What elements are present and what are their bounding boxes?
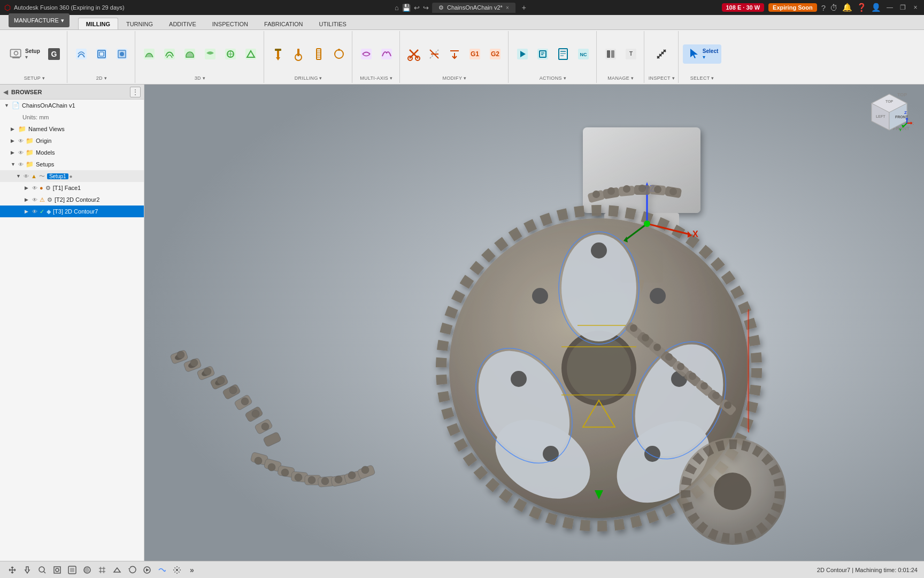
root-icon: 📄 [12,102,20,109]
tab-utilities[interactable]: UTILITIES [311,18,355,29]
post-icon [535,47,550,62]
pocket-button[interactable] [112,45,132,63]
redo-icon[interactable]: ↪ [423,4,429,12]
power-pill[interactable]: 108 E · 30 W [722,3,765,12]
3d-pocket-button[interactable] [180,45,199,63]
setup-button[interactable]: Setup ▾ [5,44,43,64]
modify-trim-icon [427,47,442,62]
bore-button[interactable] [289,45,308,63]
view-cube[interactable]: TOP LEFT FRONT TOP LEFT FRONT X [865,90,913,138]
viewport[interactable]: Z X [144,85,924,561]
doc-button[interactable]: T [621,45,641,63]
svg-marker-185 [911,121,912,125]
undo-icon[interactable]: ↩ [414,4,420,12]
time-icon[interactable]: ⏱ [830,3,838,12]
maximize-button[interactable]: ❐ [898,3,907,12]
tree-t2[interactable]: ▶ 👁 ⚠ ⚙ [T2] 2D Contour2 [0,194,144,206]
expiry-pill[interactable]: Expiring Soon [768,3,817,12]
3d-adaptive-button[interactable] [140,45,159,63]
tab-turning[interactable]: TURNING [118,18,161,29]
modify-extend-button[interactable] [445,45,464,63]
perspective-button[interactable] [111,564,123,576]
new-tab-button[interactable]: + [519,3,529,12]
zoom-tool-button[interactable] [36,564,48,576]
user-avatar[interactable]: 👤 [871,3,881,12]
simulate-button[interactable] [513,45,532,63]
toolbar: MANUFACTURE ▾ MILLING TURNING ADDITIVE I… [0,15,924,85]
multi-axis-button2[interactable] [377,45,396,63]
file-tab[interactable]: ⚙ ChainsOnAChain v2* × [432,3,515,13]
drill-button[interactable] [268,45,288,63]
help-circle-icon[interactable]: ? [821,3,826,12]
svg-rect-20 [275,49,281,51]
toolpath-button[interactable] [156,564,168,576]
svg-point-85 [644,446,660,462]
post-button[interactable] [533,45,552,63]
display-mode-button[interactable] [66,564,78,576]
3d-contour-button[interactable] [160,45,179,63]
tree-root[interactable]: ▼ 📄 ChainsOnAChain v1 [0,100,144,111]
setup1-tag: Setup1 [47,173,68,179]
file-tab-close[interactable]: × [506,5,509,11]
minimize-button[interactable]: — [886,3,894,12]
settings-button[interactable] [171,564,183,576]
multi-axis-button1[interactable] [357,45,376,63]
modify-extra-button[interactable]: G1 [465,45,484,63]
nc-program-button[interactable]: NC [574,45,593,63]
tab-milling[interactable]: MILLING [78,18,118,29]
2d-group: 2D ▾ [68,31,135,83]
grid-button[interactable] [96,564,108,576]
more-button[interactable]: » [186,564,198,576]
tree-t3[interactable]: ▶ 👁 ✓ ◆ [T3] 2D Contour7 [0,206,144,217]
home-icon[interactable]: ⌂ [395,4,399,12]
tree-setups[interactable]: ▼ 👁 📁 Setups [0,158,144,170]
3d-extra2-button[interactable] [221,45,240,63]
modify-trim-button[interactable] [425,45,444,63]
inspect-group: INSPECT ▾ [645,31,679,83]
tree-origin[interactable]: ▶ 👁 📁 Origin [0,135,144,147]
modify-extra2-button[interactable]: G2 [486,45,505,63]
thread-button[interactable] [309,45,328,63]
toolbar-tabs: MANUFACTURE ▾ MILLING TURNING ADDITIVE I… [0,15,924,30]
tab-fabrication[interactable]: FABRICATION [256,18,311,29]
close-button[interactable]: × [911,3,920,12]
tree-named-views[interactable]: ▶ 📁 Named Views [0,123,144,135]
tree-setup1[interactable]: ▼ 👁 ▲ 〜 Setup1 ● [0,170,144,182]
tree-units[interactable]: ▶ Units: mm [0,111,144,123]
setup-sheet-button[interactable] [553,45,573,63]
actions-group-label: ACTIONS ▾ [540,75,566,82]
browser-collapse-button[interactable]: ◀ [3,88,8,96]
3d-extra3-button[interactable] [241,45,260,63]
save-icon[interactable]: 💾 [402,4,411,12]
adaptive-clearing-button[interactable] [72,45,91,63]
manufacture-dropdown[interactable]: MANUFACTURE ▾ [9,13,70,27]
simulation-button[interactable] [141,564,153,576]
pan-tool-button[interactable] [21,564,33,576]
contour-button[interactable] [92,45,111,63]
title-right: 108 E · 30 W Expiring Soon ? ⏱ 🔔 ❓ 👤 — ❐… [722,3,920,12]
modify-cut-button[interactable] [404,45,424,63]
setup-g-button[interactable]: G [44,45,64,63]
app-icon: ⬡ [4,3,11,12]
measure-button[interactable] [652,45,671,63]
help-icon[interactable]: ❓ [857,3,867,12]
zoom-extend-button[interactable] [51,564,63,576]
tool-library-button[interactable] [601,45,620,63]
rotate-button[interactable] [126,564,138,576]
tree-t1[interactable]: ▶ 👁 ● ⚙ [T1] Face1 [0,182,144,194]
notifications-icon[interactable]: 🔔 [842,3,852,12]
t3-diamond-icon: ◆ [47,208,51,215]
drilling-group-label: DRILLING ▾ [295,75,322,82]
circular-button[interactable] [329,45,349,63]
tab-inspection[interactable]: INSPECTION [204,18,256,29]
browser-settings-button[interactable]: ⋮ [130,87,141,97]
modify-extra-icon: G1 [467,47,482,62]
tree-models[interactable]: ▶ 👁 📁 Models [0,147,144,158]
3d-extra-button[interactable] [201,45,220,63]
select-button[interactable]: Select ▾ [683,44,721,64]
svg-point-172 [654,186,661,193]
svg-point-153 [630,324,637,332]
move-tool-button[interactable] [6,564,18,576]
tab-additive[interactable]: ADDITIVE [161,18,204,29]
shading-button[interactable] [81,564,93,576]
